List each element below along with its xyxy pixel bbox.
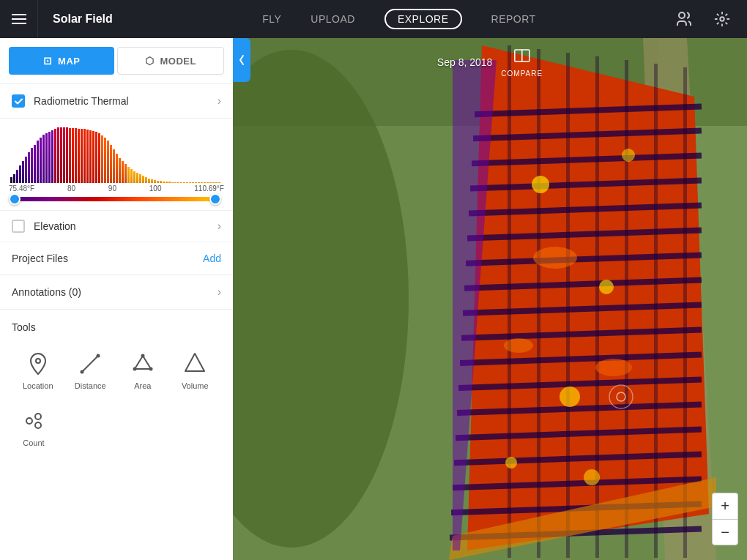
hamburger-icon — [12, 14, 26, 24]
svg-rect-53 — [160, 181, 162, 183]
svg-rect-3 — [13, 174, 15, 183]
svg-rect-39 — [119, 158, 121, 183]
temp-min: 75.48°F — [9, 184, 34, 193]
svg-rect-42 — [127, 167, 130, 183]
svg-rect-55 — [166, 182, 168, 183]
nav-upload[interactable]: UPLOAD — [311, 13, 355, 25]
menu-button[interactable] — [0, 0, 38, 38]
thermal-map-svg — [233, 38, 747, 560]
zoom-out-button[interactable]: − — [712, 519, 738, 545]
svg-rect-70 — [209, 182, 212, 183]
map-controls: + − — [712, 493, 738, 545]
svg-rect-6 — [22, 161, 24, 183]
elevation-layer[interactable]: Elevation › — [0, 211, 233, 242]
tool-volume[interactable]: Volume — [169, 345, 222, 396]
svg-rect-11 — [37, 141, 39, 183]
temp-90: 90 — [108, 184, 116, 193]
svg-rect-32 — [98, 133, 100, 183]
temp-slider-track[interactable] — [9, 197, 221, 201]
svg-rect-61 — [183, 182, 185, 183]
area-label: Area — [134, 381, 151, 390]
svg-rect-38 — [116, 154, 118, 183]
sidebar-collapse-tab[interactable] — [233, 38, 250, 82]
tools-grid: Location Distance — [12, 345, 221, 396]
svg-rect-16 — [51, 130, 53, 183]
svg-rect-25 — [78, 129, 80, 183]
svg-rect-2 — [10, 177, 12, 183]
team-icon[interactable] — [671, 6, 697, 32]
svg-rect-60 — [180, 182, 182, 183]
tools-section: Tools Location — [0, 310, 233, 560]
annotations-chevron-icon: › — [218, 285, 221, 299]
tab-model[interactable]: ⬡ MODEL — [117, 47, 224, 75]
nav-right — [671, 6, 747, 32]
svg-point-0 — [679, 12, 685, 18]
svg-rect-46 — [139, 174, 141, 183]
elevation-chevron-icon: › — [218, 220, 221, 233]
svg-rect-65 — [195, 182, 197, 183]
tool-area[interactable]: Area — [116, 345, 169, 396]
count-icon — [21, 408, 47, 434]
svg-rect-34 — [104, 138, 106, 183]
svg-point-125 — [504, 338, 533, 353]
volume-icon — [182, 351, 208, 377]
svg-rect-115 — [654, 64, 658, 558]
layer-checkbox[interactable] — [12, 94, 25, 108]
svg-rect-20 — [63, 127, 65, 183]
svg-rect-27 — [83, 129, 86, 183]
svg-point-122 — [584, 469, 600, 485]
svg-rect-7 — [25, 157, 27, 183]
svg-rect-63 — [189, 182, 191, 183]
svg-rect-114 — [625, 60, 628, 558]
distance-label: Distance — [75, 381, 106, 390]
svg-rect-62 — [186, 182, 188, 183]
compare-label: COMPARE — [501, 70, 543, 78]
zoom-in-button[interactable]: + — [712, 493, 738, 519]
layer-chevron-icon: › — [218, 94, 221, 108]
nav-fly[interactable]: FLY — [262, 13, 281, 25]
svg-point-119 — [560, 387, 580, 407]
svg-rect-28 — [86, 130, 89, 183]
nav-explore[interactable]: EXPLORE — [384, 9, 462, 29]
tool-location[interactable]: Location — [12, 345, 64, 396]
svg-rect-68 — [204, 182, 206, 183]
compare-button[interactable]: COMPARE — [501, 47, 543, 78]
layer-radiometric-thermal[interactable]: Radiometric Thermal › — [0, 84, 233, 119]
svg-rect-26 — [81, 129, 83, 183]
svg-rect-19 — [60, 127, 62, 183]
svg-point-85 — [35, 422, 41, 428]
svg-rect-30 — [92, 131, 94, 183]
temp-scale: 75.48°F 80 90 100 110.69°F — [9, 183, 224, 194]
layer-name: Radiometric Thermal — [34, 95, 218, 107]
tool-distance[interactable]: Distance — [64, 345, 117, 396]
view-tabs: ⊡ MAP ⬡ MODEL — [0, 38, 233, 84]
svg-rect-5 — [19, 165, 21, 183]
slider-thumb-left[interactable] — [9, 193, 21, 205]
tab-map[interactable]: ⊡ MAP — [9, 47, 114, 75]
slider-thumb-right[interactable] — [209, 193, 221, 205]
temp-100: 100 — [149, 184, 162, 193]
nav-report[interactable]: REPORT — [491, 13, 536, 25]
svg-point-81 — [133, 367, 136, 371]
add-button[interactable]: Add — [203, 253, 221, 264]
svg-point-123 — [533, 247, 577, 269]
svg-rect-47 — [142, 176, 144, 183]
temp-80: 80 — [67, 184, 75, 193]
svg-rect-111 — [537, 49, 540, 558]
map-area[interactable]: Sep 8, 2018 COMPARE + − — [233, 38, 747, 560]
elevation-checkbox[interactable] — [12, 220, 25, 233]
svg-rect-22 — [69, 128, 71, 183]
nav-center: FLY UPLOAD EXPLORE REPORT — [127, 9, 671, 29]
svg-point-77 — [97, 354, 100, 358]
annotations-section[interactable]: Annotations (0) › — [0, 275, 233, 310]
svg-rect-21 — [66, 127, 68, 183]
svg-marker-78 — [135, 356, 151, 369]
svg-line-75 — [82, 356, 98, 372]
tool-count[interactable]: Count — [18, 402, 50, 453]
settings-icon[interactable] — [709, 6, 735, 32]
model-tab-icon: ⬡ — [145, 55, 155, 67]
compare-icon — [513, 47, 531, 68]
svg-rect-13 — [42, 135, 45, 183]
svg-rect-23 — [72, 128, 74, 183]
svg-rect-112 — [566, 53, 570, 558]
